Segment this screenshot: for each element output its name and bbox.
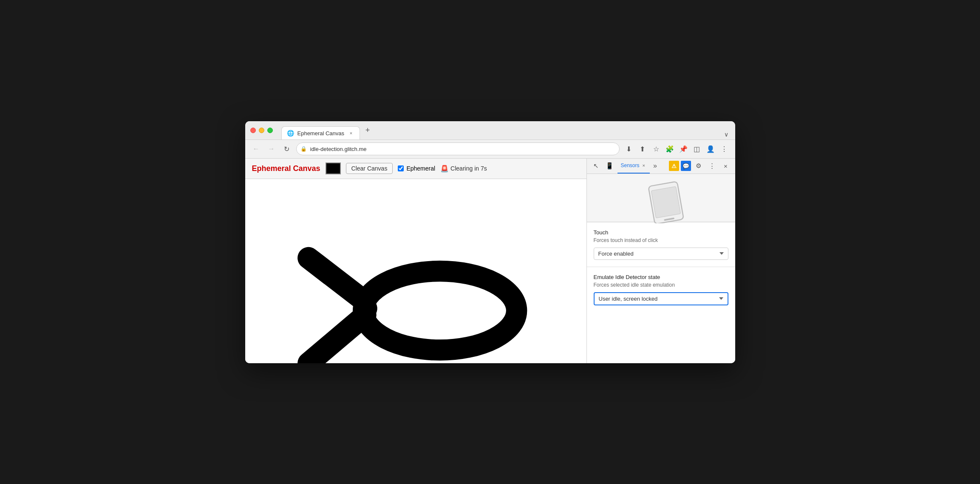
clearing-text: Clearing in 7s — [450, 165, 487, 172]
touch-section: Touch Forces touch instead of click No o… — [587, 222, 735, 267]
maximize-button[interactable] — [267, 128, 273, 133]
phone-image — [635, 181, 686, 215]
touch-select[interactable]: No override Force enabled Force disabled — [594, 248, 728, 260]
svg-rect-3 — [651, 186, 680, 218]
traffic-lights — [250, 128, 273, 133]
active-tab[interactable]: 🌐 Ephemeral Canvas × — [281, 126, 360, 140]
touch-desc: Forces touch instead of click — [594, 237, 728, 243]
devtools-close-icon[interactable]: × — [720, 160, 732, 172]
browser-window: 🌐 Ephemeral Canvas × + ∨ ← → ↻ 🔒 ⬇ ⬆ ☆ 🧩… — [245, 121, 735, 363]
devtools-panel: ↖ 📱 Sensors × » ⚠ 💬 ⚙ ⋮ × — [586, 159, 735, 363]
svg-line-1 — [364, 306, 366, 308]
phone-preview — [587, 174, 735, 222]
download-icon[interactable]: ⬇ — [623, 143, 635, 155]
ephemeral-label: Ephemeral — [406, 165, 435, 172]
touch-title: Touch — [594, 229, 728, 236]
tab-close-button[interactable]: × — [348, 130, 354, 137]
sensors-tab[interactable]: Sensors × — [617, 159, 650, 174]
profile-icon[interactable]: 👤 — [705, 143, 717, 155]
devtools-warn-icon[interactable]: ⚠ — [669, 161, 679, 171]
tabs-bar: 🌐 Ephemeral Canvas × + ∨ — [281, 121, 730, 140]
minimize-button[interactable] — [259, 128, 264, 133]
canvas-toolbar: Ephemeral Canvas Clear Canvas Ephemeral … — [245, 159, 586, 179]
new-tab-button[interactable]: + — [362, 124, 374, 136]
back-button[interactable]: ← — [250, 143, 262, 155]
close-button[interactable] — [250, 128, 256, 133]
tab-favicon: 🌐 — [287, 130, 294, 137]
devtools-menu-icon[interactable]: ⋮ — [706, 160, 718, 172]
toolbar-icons: ⬇ ⬆ ☆ 🧩 📌 ◫ 👤 ⋮ — [623, 143, 730, 155]
extensions-icon[interactable]: 🧩 — [664, 143, 676, 155]
clearing-emoji: 🚨 — [440, 165, 449, 173]
svg-point-0 — [363, 271, 516, 350]
color-swatch[interactable] — [326, 162, 341, 174]
title-bar: 🌐 Ephemeral Canvas × + ∨ — [245, 121, 735, 140]
lock-icon: 🔒 — [300, 146, 307, 152]
pin-icon[interactable]: 📌 — [677, 143, 689, 155]
devtools-tabs-bar: ↖ 📱 Sensors × » ⚠ 💬 ⚙ ⋮ × — [587, 159, 735, 174]
split-icon[interactable]: ◫ — [691, 143, 703, 155]
forward-button[interactable]: → — [266, 143, 278, 155]
idle-desc: Forces selected idle state emulation — [594, 282, 728, 288]
canvas-title: Ephemeral Canvas — [252, 164, 320, 173]
devtools-settings-icon[interactable]: ⚙ — [693, 160, 705, 172]
clear-canvas-button[interactable]: Clear Canvas — [346, 163, 393, 174]
clearing-badge: 🚨 Clearing in 7s — [440, 165, 487, 173]
devtools-toolbar-right: ⚠ 💬 ⚙ ⋮ × — [669, 160, 732, 172]
address-bar: ← → ↻ 🔒 ⬇ ⬆ ☆ 🧩 📌 ◫ 👤 ⋮ — [245, 140, 735, 159]
devtools-device-icon[interactable]: 📱 — [604, 160, 616, 172]
sensors-tab-close[interactable]: × — [641, 162, 646, 168]
reload-button[interactable]: ↻ — [281, 143, 293, 155]
ephemeral-checkbox-label[interactable]: Ephemeral — [398, 165, 435, 172]
sensors-tab-label: Sensors — [621, 162, 640, 168]
devtools-cursor-icon[interactable]: ↖ — [590, 160, 602, 172]
idle-title: Emulate Idle Detector state — [594, 274, 728, 280]
main-content: Ephemeral Canvas Clear Canvas Ephemeral … — [245, 159, 735, 363]
browser-menu-icon[interactable]: ⋮ — [718, 143, 730, 155]
canvas-drawing — [245, 179, 586, 363]
drawing-canvas[interactable] — [245, 179, 586, 363]
star-icon[interactable]: ☆ — [650, 143, 662, 155]
canvas-area: Ephemeral Canvas Clear Canvas Ephemeral … — [245, 159, 586, 363]
ephemeral-checkbox[interactable] — [398, 165, 404, 171]
tab-title: Ephemeral Canvas — [297, 130, 345, 137]
idle-section: Emulate Idle Detector state Forces selec… — [587, 267, 735, 312]
tab-list-chevron[interactable]: ∨ — [722, 129, 730, 140]
idle-state-select[interactable]: No idle emulation User active, screen un… — [594, 292, 728, 305]
address-input-wrapper: 🔒 — [296, 142, 620, 155]
address-input[interactable] — [296, 142, 620, 155]
devtools-more-tabs[interactable]: » — [651, 161, 659, 171]
share-icon[interactable]: ⬆ — [637, 143, 649, 155]
devtools-content: Touch Forces touch instead of click No o… — [587, 174, 735, 363]
devtools-chat-icon[interactable]: 💬 — [681, 161, 691, 171]
